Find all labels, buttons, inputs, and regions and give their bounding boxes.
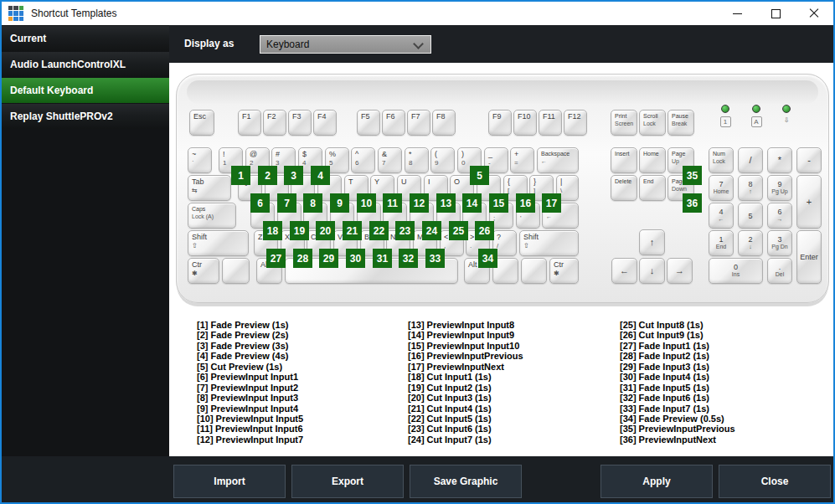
shortcut-badge-11: 11 [383,193,402,213]
num-lock-led-symbol: 1 [720,116,731,127]
shortcut-badge-23: 23 [395,221,415,240]
app-icon-cell [13,17,18,21]
legend-entry: [26] Cut Input9 (1s) [620,330,829,340]
legend-entry: [16] PreviewInputPrevious [408,351,617,361]
save-graphic-button[interactable]: Save Graphic [410,465,522,498]
key-num-8: 8↑ [738,175,763,201]
shortcut-badge-25: 25 [449,221,468,240]
apply-button[interactable]: Apply [600,465,713,498]
key-num-enter: Enter [796,230,822,284]
key-ctrl-left: Ctr✱ [188,258,219,284]
key-f4: F4 [313,110,337,136]
key-f10: F10 [513,110,537,136]
key-end: End [639,175,666,201]
toolbar: Display as Keyboard [169,25,833,63]
window-title: Shortcut Templates [31,8,117,19]
key-arrow-left: ← [611,258,637,284]
shortcut-badge-2: 2 [258,166,277,185]
key-num-2: 2↓ [738,230,763,256]
key-backspace: Backspace← [537,147,579,173]
legend-entry: [6] PreviewInput Input1 [197,372,406,382]
key-num-5: 5 [738,203,763,229]
scroll-lock-led: ⇩ [779,105,794,130]
legend-entry: [5] Cut Preview (1s) [197,362,406,372]
legend-entry: [14] PreviewInput Input9 [408,330,617,340]
key-num-subtract: - [796,147,822,173]
legend-entry: [21] Cut Input4 (1s) [408,404,617,414]
key-f8: F8 [432,110,456,136]
legend-entry: [27] Fade Input1 (1s) [620,341,829,351]
key-shift-left: Shift⇧ [188,230,249,256]
shortcut-badge-28: 28 [293,249,312,268]
app-icon-cell [13,6,18,10]
shortcut-templates-window: Shortcut Templates CurrentAudio LaunchCo… [0,0,835,504]
display-as-value: Keyboard [266,39,309,50]
key-num-add: + [796,175,822,229]
close-button[interactable]: Close [719,465,831,498]
caps-lock-led-symbol: A [751,116,762,127]
key-insert: Insert [611,147,637,173]
shortcut-badge-34: 34 [478,249,497,268]
shortcut-badge-13: 13 [436,193,456,213]
sidebar-item-current[interactable]: Current [2,26,169,51]
key-num-9: 9Pg Up [767,175,792,201]
sidebar-item-default-keyboard[interactable]: Default Keyboard [2,78,169,103]
key-num-lock: NumLock [709,147,734,173]
shortcut-badge-30: 30 [346,249,365,268]
legend-entry: [1] Fade Preview (1s) [197,320,406,330]
shortcut-badge-18: 18 [263,221,282,240]
key-num-4: 4← [709,203,734,229]
legend-entry: [36] PreviewInputNext [620,435,829,445]
key-menu [521,258,547,284]
key-num-divide: / [738,147,763,173]
minimize-button[interactable] [718,2,756,25]
app-icon-cell [8,6,13,10]
key-print-screen: PrintScreen [611,110,637,136]
key-shift-right: Shift⇧ [519,230,579,256]
legend-entry: [11] PreviewInput Input6 [197,424,406,434]
shortcut-badge-9: 9 [330,193,349,213]
shortcut-badge-3: 3 [284,166,303,185]
sidebar-item-audio-launchcontrolxl[interactable]: Audio LaunchControlXL [2,52,169,77]
maximize-button[interactable] [756,2,795,25]
key-7: &7 [378,147,402,173]
sidebar: CurrentAudio LaunchControlXLDefault Keyb… [2,25,169,456]
legend-entry: [30] Fade Input4 (1s) [620,372,829,382]
legend-entry: [25] Cut Input8 (1s) [620,320,829,330]
shortcut-badge-14: 14 [462,193,482,213]
key-9: (9 [430,147,455,173]
sidebar-item-replay-shuttleprov2[interactable]: Replay ShuttlePROv2 [2,104,169,129]
key-f12: F12 [564,110,587,136]
legend-entry: [17] PreviewInputNext [408,362,617,372]
app-icon-cell [19,11,23,15]
shortcut-badge-27: 27 [266,249,286,268]
key-pause-break: PauseBreak [667,110,694,136]
legend-entry: [23] Cut Input6 (1s) [408,424,617,434]
shortcut-badge-24: 24 [422,221,441,240]
titlebar: Shortcut Templates [2,2,833,25]
legend-entry: [22] Cut Input5 (1s) [408,414,617,424]
shortcut-badge-5: 5 [470,166,489,185]
key-win-left [222,258,250,284]
close-button[interactable] [795,2,833,25]
key-arrow-down: ↓ [639,258,665,284]
key-arrow-right: → [667,258,693,284]
content-area: EscF1F2F3F4F5F6F7F8F9F10F11F12PrintScree… [169,63,833,456]
export-button[interactable]: Export [291,465,404,498]
import-button[interactable]: Import [173,465,286,498]
legend-entry: [8] PreviewInput Input3 [197,393,406,403]
legend-entry: [19] Cut Input2 (1s) [408,383,617,393]
app-icon [8,6,23,21]
legend-entry: [32] Fade Input6 (1s) [620,393,829,403]
legend-entry: [28] Fade Input2 (1s) [620,351,829,361]
minimize-icon [733,13,742,14]
legend-entry: [29] Fade Input3 (1s) [620,362,829,372]
keyboard-graphic: EscF1F2F3F4F5F6F7F8F9F10F11F12PrintScree… [176,74,829,303]
scroll-lock-led-icon [782,105,791,113]
shortcut-badge-33: 33 [425,249,445,268]
key-8: *8 [405,147,429,173]
display-as-dropdown[interactable]: Keyboard [260,35,431,54]
legend-col-1: [1] Fade Preview (1s)[2] Fade Preview (2… [197,320,406,445]
key-6: ^6 [351,147,375,173]
key-f11: F11 [539,110,562,136]
